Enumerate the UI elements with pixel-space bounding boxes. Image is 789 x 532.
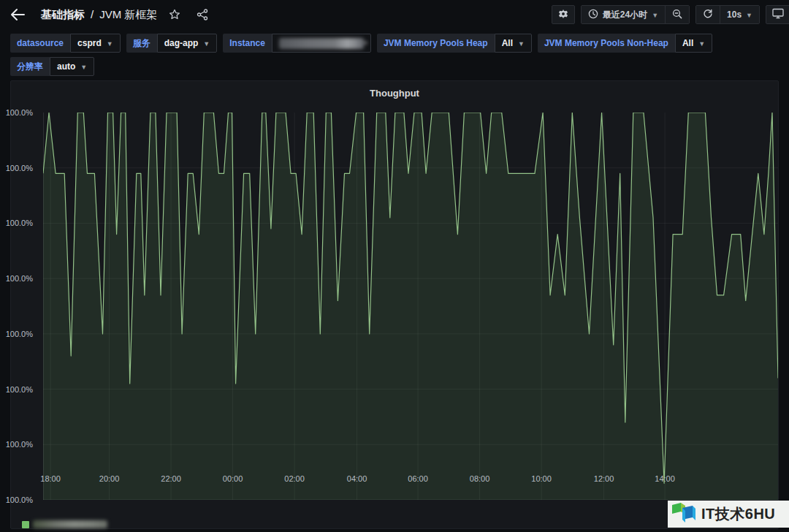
filter-chip: datasourcecsprd▼	[10, 34, 121, 53]
filter-label: datasource	[10, 34, 70, 53]
clock-icon	[588, 9, 598, 21]
filter-chip: 服务dag-app▼	[126, 34, 218, 53]
watermark: IT技术6HU	[668, 501, 789, 528]
filter-value-text: All	[502, 38, 513, 48]
y-tick-label: 100.0%	[0, 495, 33, 504]
filter-chip: 分辨率auto▼	[10, 57, 94, 76]
star-icon	[169, 9, 180, 20]
breadcrumb-separator: /	[91, 8, 94, 20]
x-tick-label: 00:00	[223, 474, 243, 483]
favorite-star-button[interactable]	[164, 5, 185, 24]
x-tick-label: 14:00	[655, 474, 675, 483]
magnifier-minus-icon	[672, 9, 682, 21]
chevron-down-icon: ▼	[652, 12, 658, 19]
filter-label: Instance	[223, 34, 272, 53]
time-picker-group: 最近24小时 ▼	[581, 5, 690, 24]
filter-value-dropdown[interactable]: All▼	[675, 34, 712, 53]
x-tick-label: 20:00	[99, 474, 120, 483]
y-tick-label: 100.0%	[0, 164, 33, 172]
monitor-icon	[772, 8, 784, 21]
chevron-down-icon: ▼	[203, 41, 210, 48]
refresh-interval-label: 10s	[727, 10, 742, 20]
y-tick-label: 100.0%	[0, 108, 33, 117]
legend-item[interactable]	[22, 520, 107, 528]
filter-value-text: All	[682, 38, 693, 48]
watermark-logo-icon	[671, 502, 697, 527]
refresh-interval-dropdown[interactable]: 10s ▼	[720, 6, 759, 23]
share-icon	[197, 9, 208, 20]
filter-value-text: auto	[57, 61, 75, 72]
refresh-icon	[703, 9, 713, 21]
filter-chip: JVM Memory Pools Non-HeapAll▼	[538, 34, 712, 53]
time-range-button[interactable]: 最近24小时 ▼	[582, 6, 665, 23]
share-button[interactable]	[192, 5, 213, 24]
y-tick-label: 100.0%	[0, 218, 33, 227]
x-tick-label: 02:00	[284, 474, 305, 483]
filter-value-dropdown[interactable]: csprd▼	[70, 34, 121, 53]
plot-area[interactable]	[43, 113, 778, 500]
series-area	[43, 113, 778, 500]
x-tick-label: 04:00	[347, 474, 367, 483]
dashboard-settings-button[interactable]	[552, 5, 575, 24]
y-tick-label: 100.0%	[0, 274, 33, 283]
zoom-out-time-button[interactable]	[665, 6, 689, 23]
breadcrumb-page: JVM 新框架	[99, 8, 157, 22]
top-bar-left: 基础指标 / JVM 新框架	[7, 5, 213, 24]
filter-value-text: csprd	[77, 38, 102, 48]
x-tick-label: 06:00	[408, 474, 428, 483]
filter-label: JVM Memory Pools Non-Heap	[538, 34, 675, 53]
chevron-down-icon: ▼	[746, 12, 752, 19]
chevron-down-icon: ▼	[80, 64, 87, 71]
filter-label: 分辨率	[10, 57, 50, 76]
filter-value-dropdown[interactable]	[272, 34, 371, 53]
refresh-button[interactable]	[696, 6, 720, 23]
filter-value-dropdown[interactable]: dag-app▼	[157, 34, 218, 53]
x-tick-label: 10:00	[531, 474, 552, 483]
filter-chip: Instance	[223, 34, 371, 53]
x-tick-label: 18:00	[40, 474, 61, 483]
breadcrumb-section[interactable]: 基础指标	[41, 8, 85, 22]
chevron-down-icon: ▼	[107, 41, 113, 48]
filter-value-text: dag-app	[164, 38, 199, 48]
filter-label: JVM Memory Pools Heap	[377, 34, 495, 53]
chevron-down-icon: ▼	[698, 41, 705, 48]
back-button[interactable]	[7, 5, 28, 24]
watermark-text: IT技术6HU	[701, 504, 775, 524]
x-tick-label: 08:00	[470, 474, 490, 483]
chevron-down-icon: ▼	[518, 41, 525, 48]
throughput-chart[interactable]	[43, 113, 778, 500]
time-range-label: 最近24小时	[603, 9, 647, 21]
y-tick-label: 100.0%	[0, 385, 33, 394]
filter-chip: JVM Memory Pools HeapAll▼	[377, 34, 532, 53]
refresh-group: 10s ▼	[695, 5, 760, 24]
arrow-left-icon	[10, 8, 25, 21]
filter-value-dropdown[interactable]: All▼	[495, 34, 532, 53]
filter-value-dropdown[interactable]: auto▼	[50, 57, 94, 76]
legend-label-redacted	[33, 520, 107, 528]
panel-title[interactable]: Thoughput	[11, 81, 778, 99]
filter-label: 服务	[126, 34, 157, 53]
throughput-panel: Thoughput 100.0%100.0%100.0%100.0%100.0%…	[10, 80, 779, 529]
x-tick-label: 12:00	[594, 474, 614, 483]
top-bar-right: 最近24小时 ▼ 10s ▼	[552, 5, 785, 24]
breadcrumb: 基础指标 / JVM 新框架	[41, 8, 157, 22]
cycle-view-mode-button[interactable]	[766, 5, 789, 24]
x-tick-label: 22:00	[161, 474, 181, 483]
redacted-value	[279, 38, 364, 49]
gear-icon	[558, 9, 568, 21]
y-tick-label: 100.0%	[0, 440, 33, 449]
top-bar: 基础指标 / JVM 新框架	[0, 0, 789, 29]
legend-swatch	[22, 521, 29, 528]
y-tick-label: 100.0%	[0, 330, 33, 338]
